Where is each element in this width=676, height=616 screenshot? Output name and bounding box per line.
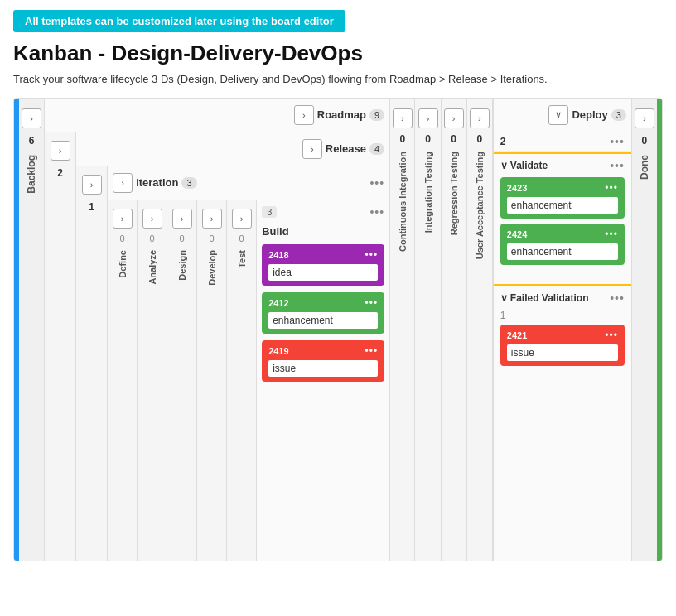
release-header: › Release 4: [76, 132, 389, 166]
build-dots[interactable]: •••: [369, 205, 384, 219]
deploy-count: 3: [611, 109, 626, 121]
card-2424-dots[interactable]: •••: [605, 229, 618, 240]
iteration-count: 3: [181, 177, 196, 189]
release-num: 2: [57, 167, 63, 179]
failed-chevron-icon: ∨: [500, 292, 508, 304]
top-banner: All templates can be customized later us…: [13, 10, 345, 32]
regression-label: Regression Testing: [449, 152, 459, 235]
release-chevron[interactable]: ›: [51, 141, 70, 161]
deploy-chevron[interactable]: ∨: [548, 105, 568, 125]
test-num: 0: [239, 233, 244, 243]
card-2423-id: 2423: [507, 183, 527, 193]
build-title: Build: [262, 225, 384, 238]
deploy-label: Deploy: [572, 108, 607, 121]
backlog-chevron[interactable]: ›: [22, 108, 41, 128]
release-left-col: › 2: [45, 132, 76, 561]
card-2423[interactable]: 2423 ••• enhancement: [500, 177, 625, 219]
card-2412-id: 2412: [268, 298, 288, 308]
iteration-left-col: › 1: [76, 166, 108, 561]
iteration-label: Iteration: [136, 176, 178, 189]
page-title: Kanban - Design-Delivery-DevOps: [13, 41, 663, 66]
roadmap-count: 9: [369, 109, 384, 121]
validate-dots[interactable]: •••: [610, 159, 625, 172]
design-col: › 0 Design: [167, 200, 197, 561]
done-label: Done: [639, 155, 650, 180]
validate-group: ∨ Validate ••• 2423 ••• enhancement 2424…: [494, 152, 631, 277]
backlog-count: 6: [29, 135, 35, 147]
analyze-num: 0: [150, 233, 155, 243]
card-2419-text: issue: [268, 360, 378, 377]
ci-chevron[interactable]: ›: [393, 108, 413, 128]
failed-title: ∨ Failed Validation: [500, 292, 589, 304]
release-label: Release: [326, 142, 366, 155]
iteration-dots[interactable]: •••: [369, 176, 384, 190]
card-2421-text: issue: [507, 344, 618, 361]
card-2418-text: idea: [268, 264, 378, 281]
card-2418-dots[interactable]: •••: [365, 249, 379, 261]
card-2412-dots[interactable]: •••: [365, 297, 379, 309]
card-2419[interactable]: 2419 ••• issue: [262, 340, 384, 382]
card-2421-dots[interactable]: •••: [605, 330, 618, 341]
iteration-chevron[interactable]: ›: [82, 175, 102, 195]
ci-col: › 0 Continuous Integration: [389, 99, 415, 561]
define-chevron[interactable]: ›: [113, 209, 133, 229]
validate-label: Validate: [510, 160, 548, 171]
build-count-badge: 3: [262, 206, 277, 218]
release-collapse-btn[interactable]: ›: [302, 139, 322, 159]
iteration-content: › Iteration 3 ••• › 0 De: [108, 166, 389, 561]
uat-label: User Acceptance Testing: [475, 152, 485, 259]
failed-dots[interactable]: •••: [610, 291, 625, 305]
integration-label: Integration Testing: [423, 152, 433, 233]
card-2419-dots[interactable]: •••: [365, 345, 379, 357]
test-chevron[interactable]: ›: [232, 209, 252, 229]
iteration-area: › 1 › Iteration 3 •••: [76, 166, 389, 561]
card-2412-text: enhancement: [268, 312, 378, 329]
backlog-label: Backlog: [26, 155, 37, 194]
failed-validation-group: ∨ Failed Validation ••• 1 2421 ••• issue: [494, 284, 631, 378]
uat-col: › 0 User Acceptance Testing: [467, 99, 493, 561]
develop-chevron[interactable]: ›: [202, 209, 222, 229]
card-2418-id: 2418: [268, 250, 288, 260]
build-col-header: 3 •••: [262, 205, 384, 219]
card-2419-id: 2419: [268, 346, 288, 356]
analyze-chevron[interactable]: ›: [142, 209, 162, 229]
release-area: › 2 › Release 4 › 1: [45, 132, 389, 561]
card-2421[interactable]: 2421 ••• issue: [500, 325, 625, 366]
done-chevron[interactable]: ›: [635, 108, 654, 128]
card-2418[interactable]: 2418 ••• idea: [262, 244, 384, 286]
design-chevron[interactable]: ›: [172, 209, 192, 229]
iteration-collapse-btn[interactable]: ›: [113, 173, 133, 193]
deploy-section: ∨ Deploy 3 2 ••• ∨ Validate ••• 2423: [493, 99, 631, 561]
card-2424[interactable]: 2424 ••• enhancement: [500, 224, 625, 265]
failed-num: 1: [500, 310, 625, 321]
deploy-sub-num: 2: [500, 136, 506, 147]
build-col: 3 ••• Build 2418 •••: [257, 200, 389, 561]
develop-label: Develop: [207, 250, 217, 286]
regression-chevron[interactable]: ›: [444, 108, 464, 128]
deploy-num-row: 2 •••: [494, 132, 631, 152]
ci-label: Continuous Integration: [398, 152, 408, 252]
roadmap-chevron[interactable]: ›: [294, 105, 314, 125]
deploy-header: ∨ Deploy 3: [494, 99, 631, 132]
validate-title: ∨ Validate: [500, 160, 548, 171]
page-description: Track your software lifecycle 3 Ds (Desi…: [13, 71, 663, 88]
design-num: 0: [180, 233, 185, 243]
test-col: › 0 Test: [227, 200, 257, 561]
develop-num: 0: [210, 233, 215, 243]
done-count: 0: [642, 135, 648, 147]
card-2412[interactable]: 2412 ••• enhancement: [262, 292, 384, 334]
card-2423-dots[interactable]: •••: [605, 182, 618, 194]
ci-num: 0: [399, 133, 405, 145]
deploy-sub-dots[interactable]: •••: [610, 135, 625, 148]
roadmap-label: Roadmap: [317, 108, 366, 121]
uat-chevron[interactable]: ›: [470, 108, 490, 128]
iteration-num: 1: [89, 201, 94, 213]
uat-num: 0: [476, 133, 482, 145]
failed-group-header: ∨ Failed Validation •••: [500, 291, 625, 305]
integration-chevron[interactable]: ›: [418, 108, 438, 128]
develop-col: › 0 Develop: [197, 200, 227, 561]
integration-num: 0: [425, 133, 431, 145]
card-2421-id: 2421: [507, 330, 527, 340]
banner-text: All templates can be customized later us…: [25, 15, 334, 27]
design-label: Design: [177, 250, 187, 281]
